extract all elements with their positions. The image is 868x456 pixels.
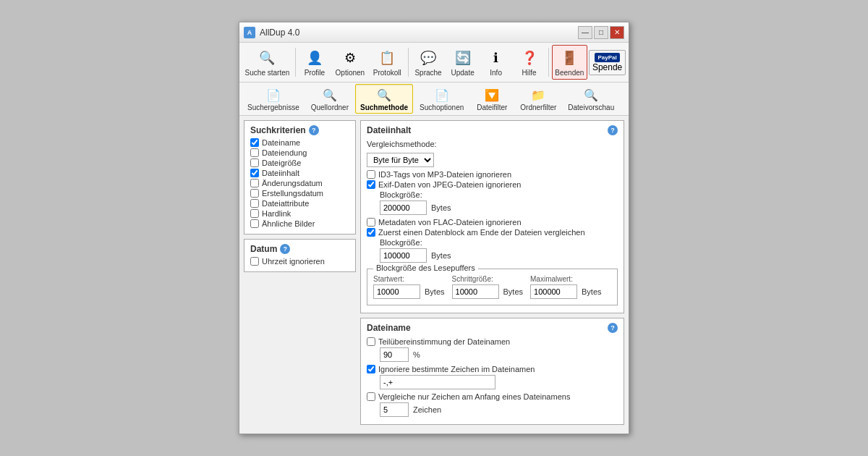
teilubereinstimmung-item: Teilübereinstimmung der Dateinamen: [367, 337, 618, 346]
metadaten-checkbox[interactable]: [367, 218, 375, 227]
suche-starten-button[interactable]: 🔍 Suche starten: [242, 45, 292, 80]
erstellungsdatum-label: Erstellungsdatum: [262, 189, 323, 198]
optionen-label: Optionen: [336, 69, 365, 77]
quellordner-button[interactable]: 🔍 Quellordner: [306, 84, 354, 114]
maximalwert-label: Maximalwert:: [530, 275, 602, 283]
suche-starten-label: Suche starten: [245, 69, 290, 77]
id3-item: ID3-Tags von MP3-Dateien ignorieren: [367, 170, 618, 179]
anderungsdatum-item: Änderungsdatum: [250, 179, 349, 187]
maximalwert-input-row: Bytes: [530, 284, 602, 299]
lesepuffer-groupbox: Blockgröße des Lesepuffers Startwert: By…: [367, 269, 618, 305]
close-button[interactable]: ✕: [610, 26, 624, 39]
maximalwert-input[interactable]: [530, 284, 577, 299]
beenden-button[interactable]: 🚪 Beenden: [552, 45, 588, 80]
ordnerfilter-icon: 📁: [529, 86, 547, 104]
dateigrosse-item: Dateigröße: [250, 159, 349, 167]
datum-title: Datum ?: [250, 244, 349, 254]
dateigrosse-label: Dateigröße: [262, 159, 301, 167]
blockgrosse1-input[interactable]: [380, 200, 427, 215]
info-button[interactable]: ℹ Info: [480, 45, 512, 80]
update-button[interactable]: 🔄 Update: [447, 45, 479, 80]
dateifilter-button[interactable]: 🔽 Dateifilter: [470, 84, 514, 114]
id3-label: ID3-Tags von MP3-Dateien ignorieren: [378, 170, 511, 179]
ignoriere-checkbox[interactable]: [367, 365, 375, 373]
hardlink-label: Hardlink: [262, 209, 291, 218]
vergleiche-label: Vergleiche nur Zeichen am Anfang eines D…: [378, 392, 570, 401]
profile-button[interactable]: 👤 Profile: [299, 45, 331, 80]
id3-checkbox[interactable]: [367, 170, 375, 179]
protokoll-label: Protokoll: [373, 69, 401, 77]
info-label: Info: [490, 69, 502, 77]
dateiname-help-icon[interactable]: ?: [608, 323, 618, 333]
ordnerfilter-button[interactable]: 📁 Ordnerfilter: [515, 84, 561, 114]
startwert-bytes: Bytes: [425, 287, 445, 296]
dateiinhalt-title: Dateiinhalt ?: [367, 125, 618, 135]
zeichen-row: Zeichen: [367, 402, 618, 417]
prozent-row: %: [367, 347, 618, 362]
paypal-icon: PayPal: [595, 53, 619, 62]
schrittgrosse-label: Schrittgröße:: [452, 275, 524, 283]
blockgrosse1-row: Blockgröße: Bytes: [367, 190, 618, 215]
erstellungsdatum-checkbox[interactable]: [250, 189, 259, 198]
datenblock-label: Zuerst einen Datenblock am Ende der Date…: [378, 228, 585, 237]
maximize-button[interactable]: □: [594, 26, 608, 39]
help-icon: ❓: [519, 48, 540, 68]
ordnerfilter-label: Ordnerfilter: [520, 104, 556, 111]
ahnliche-bilder-checkbox[interactable]: [250, 219, 259, 228]
startwert-input-row: Bytes: [373, 284, 445, 299]
dateiname-checkbox[interactable]: [250, 138, 259, 147]
teilubereinstimmung-label: Teilübereinstimmung der Dateinamen: [378, 337, 510, 346]
schrittgrosse-bytes: Bytes: [503, 287, 524, 296]
hardlink-checkbox[interactable]: [250, 209, 259, 218]
vergleichsmethode-select[interactable]: Byte für Byte MD5 SHA1: [367, 153, 434, 167]
dateiattribute-checkbox[interactable]: [250, 199, 259, 208]
minimize-button[interactable]: —: [578, 26, 592, 39]
update-label: Update: [451, 69, 475, 77]
dateiendung-label: Dateiendung: [262, 148, 307, 157]
zeichen-input[interactable]: [380, 402, 409, 417]
vergleichsmethode-select-row: Byte für Byte MD5 SHA1: [367, 153, 618, 167]
dateivorschau-button[interactable]: 🔍 Dateivorschau: [563, 84, 619, 114]
dateigrosse-checkbox[interactable]: [250, 159, 259, 167]
datenblock-checkbox[interactable]: [367, 228, 375, 237]
suchoptionen-label: Suchoptionen: [420, 104, 464, 111]
suchkriterien-title: Suchkriterien ?: [250, 125, 349, 135]
dateiname-item: Dateiname: [250, 138, 349, 147]
optionen-button[interactable]: ⚙ Optionen: [332, 45, 368, 80]
anderungsdatum-checkbox[interactable]: [250, 179, 259, 187]
dateiname-section: Dateiname ? Teilübereinstimmung der Date…: [360, 318, 624, 425]
teilubereinstimmung-checkbox[interactable]: [367, 337, 375, 346]
dateiendung-checkbox[interactable]: [250, 148, 259, 157]
profile-icon: 👤: [305, 48, 325, 68]
toolbar-main: 🔍 Suche starten 👤 Profile ⚙ Optionen 📋 P…: [239, 43, 629, 83]
sprache-button[interactable]: 💬 Sprache: [411, 45, 445, 80]
suchkriterien-help-icon[interactable]: ?: [309, 125, 319, 135]
exif-checkbox[interactable]: [367, 180, 375, 189]
vergleiche-checkbox[interactable]: [367, 392, 375, 401]
dateiinhalt-help-icon[interactable]: ?: [608, 125, 618, 135]
search-icon: 🔍: [257, 48, 277, 68]
startwert-input[interactable]: [373, 284, 420, 299]
dateiinhalt-checkbox[interactable]: [250, 169, 259, 177]
profile-label: Profile: [305, 69, 325, 77]
ignoriere-input[interactable]: [380, 375, 495, 389]
main-window: A AllDup 4.0 — □ ✕ 🔍 Suche starten 👤 Pro…: [239, 22, 629, 434]
datum-help-icon[interactable]: ?: [280, 244, 290, 254]
schrittgrosse-input[interactable]: [452, 284, 499, 299]
spende-button[interactable]: PayPal Spende: [589, 50, 626, 75]
ignoriere-input-row: [367, 375, 618, 389]
vergleichsmethode-label: Vergleichsmethode:: [367, 140, 437, 148]
hilfe-button[interactable]: ❓ Hilfe: [514, 45, 545, 80]
datenblock-item: Zuerst einen Datenblock am Ende der Date…: [367, 228, 618, 237]
dateiendung-item: Dateiendung: [250, 148, 349, 157]
suchergebnisse-button[interactable]: 📄 Suchergebnisse: [242, 84, 305, 114]
beenden-label: Beenden: [555, 69, 584, 77]
suchmethode-button[interactable]: 🔍 Suchmethode: [355, 84, 413, 114]
protokoll-button[interactable]: 📋 Protokoll: [370, 45, 405, 80]
info-icon: ℹ: [486, 48, 506, 68]
uhrzeit-checkbox[interactable]: [250, 257, 259, 266]
blockgrosse2-input[interactable]: [380, 248, 427, 263]
prozent-input[interactable]: [380, 347, 409, 362]
suchoptionen-button[interactable]: 📄 Suchoptionen: [414, 84, 469, 114]
dateiinhalt-section: Dateiinhalt ? Vergleichsmethode: Byte fü…: [360, 120, 624, 313]
